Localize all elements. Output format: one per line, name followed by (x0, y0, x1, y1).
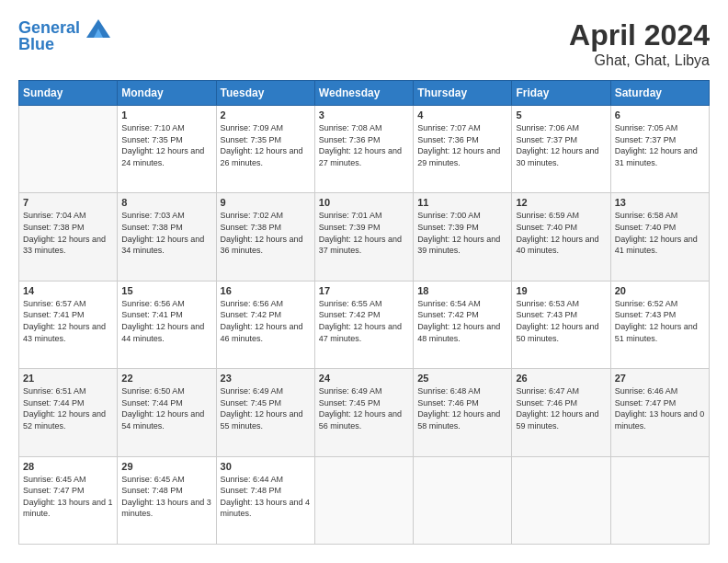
day-info: Sunrise: 7:01 AMSunset: 7:39 PMDaylight:… (319, 210, 409, 256)
day-info: Sunrise: 6:54 AMSunset: 7:42 PMDaylight:… (417, 298, 507, 344)
day-number: 13 (615, 197, 705, 208)
calendar-day-cell: 10Sunrise: 7:01 AMSunset: 7:39 PMDayligh… (314, 193, 413, 281)
day-number: 6 (615, 109, 705, 121)
day-number: 14 (23, 285, 113, 296)
day-number: 21 (23, 373, 113, 384)
calendar-day-cell (512, 456, 610, 544)
calendar-day-cell: 22Sunrise: 6:50 AMSunset: 7:44 PMDayligh… (118, 369, 216, 456)
calendar-day-cell: 13Sunrise: 6:58 AMSunset: 7:40 PMDayligh… (610, 193, 709, 281)
day-info: Sunrise: 7:06 AMSunset: 7:37 PMDaylight:… (516, 122, 606, 168)
day-info: Sunrise: 7:00 AMSunset: 7:39 PMDaylight:… (417, 210, 507, 256)
day-number: 26 (516, 373, 606, 384)
calendar-day-cell (610, 456, 709, 544)
calendar-day-cell: 26Sunrise: 6:47 AMSunset: 7:46 PMDayligh… (512, 369, 610, 456)
header: General Blue April 2024 Ghat, Ghat, Liby… (18, 18, 710, 69)
day-number: 3 (319, 109, 409, 121)
day-info: Sunrise: 7:04 AMSunset: 7:38 PMDaylight:… (23, 210, 113, 256)
calendar-header-sunday: Sunday (19, 81, 118, 106)
calendar-day-cell (314, 456, 413, 544)
day-number: 5 (516, 109, 606, 121)
calendar-day-cell: 2Sunrise: 7:09 AMSunset: 7:35 PMDaylight… (216, 106, 314, 193)
day-number: 25 (417, 373, 507, 384)
day-info: Sunrise: 6:51 AMSunset: 7:44 PMDaylight:… (23, 385, 113, 431)
day-number: 29 (121, 461, 211, 472)
day-number: 2 (221, 109, 311, 121)
day-number: 15 (121, 285, 211, 296)
calendar-day-cell (414, 456, 512, 544)
day-number: 27 (615, 373, 705, 384)
calendar-week-row: 14Sunrise: 6:57 AMSunset: 7:41 PMDayligh… (19, 281, 710, 368)
calendar-week-row: 21Sunrise: 6:51 AMSunset: 7:44 PMDayligh… (19, 369, 710, 456)
calendar-day-cell: 23Sunrise: 6:49 AMSunset: 7:45 PMDayligh… (216, 369, 314, 456)
calendar-day-cell: 4Sunrise: 7:07 AMSunset: 7:36 PMDaylight… (414, 106, 512, 193)
day-info: Sunrise: 6:57 AMSunset: 7:41 PMDaylight:… (23, 298, 113, 344)
page: General Blue April 2024 Ghat, Ghat, Liby… (0, 0, 728, 563)
day-info: Sunrise: 7:07 AMSunset: 7:36 PMDaylight:… (417, 122, 507, 168)
day-number: 8 (121, 197, 211, 208)
day-number: 24 (319, 373, 409, 384)
day-info: Sunrise: 6:58 AMSunset: 7:40 PMDaylight:… (615, 210, 705, 256)
month-title: April 2024 (569, 18, 710, 52)
day-info: Sunrise: 6:45 AMSunset: 7:48 PMDaylight:… (121, 474, 211, 520)
day-info: Sunrise: 6:47 AMSunset: 7:46 PMDaylight:… (516, 385, 606, 431)
day-info: Sunrise: 6:46 AMSunset: 7:47 PMDaylight:… (615, 385, 705, 431)
calendar-day-cell: 9Sunrise: 7:02 AMSunset: 7:38 PMDaylight… (216, 193, 314, 281)
calendar-day-cell: 1Sunrise: 7:10 AMSunset: 7:35 PMDaylight… (118, 106, 216, 193)
day-info: Sunrise: 6:55 AMSunset: 7:42 PMDaylight:… (319, 298, 409, 344)
day-number: 18 (417, 285, 507, 296)
day-number: 20 (615, 285, 705, 296)
day-info: Sunrise: 7:05 AMSunset: 7:37 PMDaylight:… (615, 122, 705, 168)
day-info: Sunrise: 7:02 AMSunset: 7:38 PMDaylight:… (221, 210, 311, 256)
day-info: Sunrise: 6:48 AMSunset: 7:46 PMDaylight:… (417, 385, 507, 431)
calendar-header-tuesday: Tuesday (216, 81, 314, 106)
calendar-day-cell: 12Sunrise: 6:59 AMSunset: 7:40 PMDayligh… (512, 193, 610, 281)
day-info: Sunrise: 6:56 AMSunset: 7:41 PMDaylight:… (121, 298, 211, 344)
day-info: Sunrise: 6:56 AMSunset: 7:42 PMDaylight:… (221, 298, 311, 344)
day-number: 10 (319, 197, 409, 208)
day-info: Sunrise: 7:08 AMSunset: 7:36 PMDaylight:… (319, 122, 409, 168)
calendar-header-wednesday: Wednesday (314, 81, 413, 106)
day-number: 1 (121, 109, 211, 121)
logo: General Blue (18, 18, 110, 54)
day-info: Sunrise: 6:49 AMSunset: 7:45 PMDaylight:… (319, 385, 409, 431)
location-title: Ghat, Ghat, Libya (569, 52, 710, 69)
calendar-day-cell: 21Sunrise: 6:51 AMSunset: 7:44 PMDayligh… (19, 369, 118, 456)
day-number: 30 (221, 461, 311, 472)
calendar-header-saturday: Saturday (610, 81, 709, 106)
calendar-day-cell: 25Sunrise: 6:48 AMSunset: 7:46 PMDayligh… (414, 369, 512, 456)
day-info: Sunrise: 7:10 AMSunset: 7:35 PMDaylight:… (121, 122, 211, 168)
calendar-day-cell: 7Sunrise: 7:04 AMSunset: 7:38 PMDaylight… (19, 193, 118, 281)
calendar-day-cell (19, 106, 118, 193)
calendar-day-cell: 28Sunrise: 6:45 AMSunset: 7:47 PMDayligh… (19, 456, 118, 544)
calendar-day-cell: 6Sunrise: 7:05 AMSunset: 7:37 PMDaylight… (610, 106, 709, 193)
day-number: 17 (319, 285, 409, 296)
day-number: 11 (417, 197, 507, 208)
logo-icon (86, 19, 110, 38)
day-number: 16 (221, 285, 311, 296)
calendar-day-cell: 16Sunrise: 6:56 AMSunset: 7:42 PMDayligh… (216, 281, 314, 368)
day-number: 9 (221, 197, 311, 208)
title-block: April 2024 Ghat, Ghat, Libya (569, 18, 710, 69)
calendar-header-friday: Friday (512, 81, 610, 106)
day-info: Sunrise: 6:59 AMSunset: 7:40 PMDaylight:… (516, 210, 606, 256)
calendar-day-cell: 30Sunrise: 6:44 AMSunset: 7:48 PMDayligh… (216, 456, 314, 544)
calendar-day-cell: 14Sunrise: 6:57 AMSunset: 7:41 PMDayligh… (19, 281, 118, 368)
calendar-header-thursday: Thursday (414, 81, 512, 106)
day-number: 22 (121, 373, 211, 384)
day-number: 12 (516, 197, 606, 208)
calendar-day-cell: 15Sunrise: 6:56 AMSunset: 7:41 PMDayligh… (118, 281, 216, 368)
calendar-day-cell: 5Sunrise: 7:06 AMSunset: 7:37 PMDaylight… (512, 106, 610, 193)
day-number: 7 (23, 197, 113, 208)
calendar-week-row: 28Sunrise: 6:45 AMSunset: 7:47 PMDayligh… (19, 456, 710, 544)
day-info: Sunrise: 7:09 AMSunset: 7:35 PMDaylight:… (221, 122, 311, 168)
calendar-header-row: SundayMondayTuesdayWednesdayThursdayFrid… (19, 81, 710, 106)
day-number: 23 (221, 373, 311, 384)
day-info: Sunrise: 6:50 AMSunset: 7:44 PMDaylight:… (121, 385, 211, 431)
calendar-day-cell: 17Sunrise: 6:55 AMSunset: 7:42 PMDayligh… (314, 281, 413, 368)
calendar-day-cell: 8Sunrise: 7:03 AMSunset: 7:38 PMDaylight… (118, 193, 216, 281)
day-number: 4 (417, 109, 507, 121)
day-info: Sunrise: 6:44 AMSunset: 7:48 PMDaylight:… (221, 474, 311, 520)
calendar-day-cell: 11Sunrise: 7:00 AMSunset: 7:39 PMDayligh… (414, 193, 512, 281)
day-info: Sunrise: 6:52 AMSunset: 7:43 PMDaylight:… (615, 298, 705, 344)
calendar-header-monday: Monday (118, 81, 216, 106)
